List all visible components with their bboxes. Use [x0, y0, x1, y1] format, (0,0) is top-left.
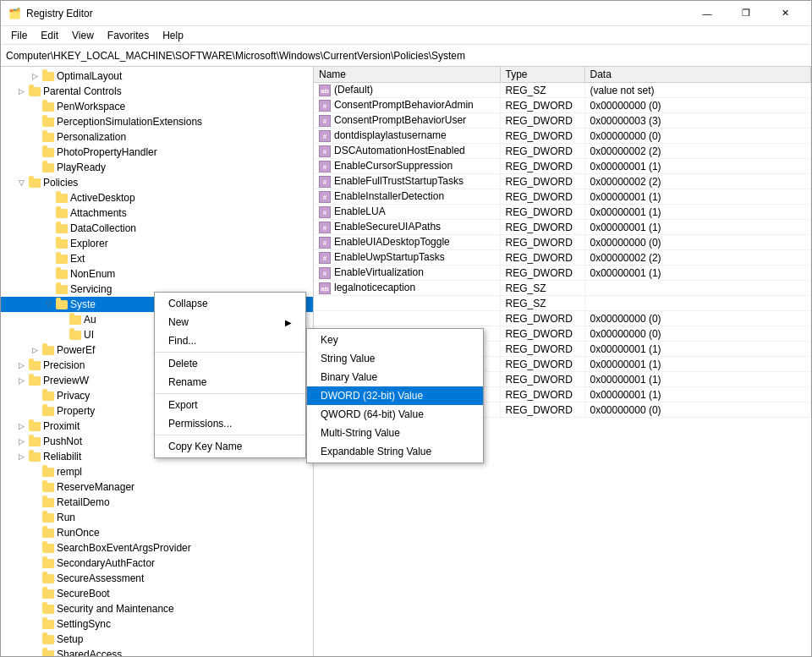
expand-icon: [28, 617, 41, 631]
tree-item-settingsync[interactable]: SettingSync: [1, 616, 313, 632]
reg-type: REG_DWORD: [500, 326, 584, 342]
reg-data: 0x00000001 (1): [584, 189, 811, 205]
table-row[interactable]: #EnableSecureUIAPathsREG_DWORD0x00000001…: [314, 220, 811, 235]
tree-item-parental-controls[interactable]: ▷ Parental Controls: [1, 84, 313, 99]
table-row[interactable]: #EnableCursorSuppressionREG_DWORD0x00000…: [314, 159, 811, 174]
table-row[interactable]: #EnableUIADesktopToggleREG_DWORD0x000000…: [314, 235, 811, 250]
table-row[interactable]: #EnableUwpStartupTasksREG_DWORD0x0000000…: [314, 250, 811, 266]
reg-value-icon: #: [319, 115, 331, 127]
reg-value-icon: #: [319, 176, 331, 188]
tree-item-activedesktop[interactable]: ActiveDesktop: [1, 190, 313, 205]
reg-name: #EnableCursorSuppression: [314, 159, 500, 174]
expand-icon: [28, 389, 41, 402]
tree-item-penworkspace[interactable]: PenWorkspace: [1, 99, 313, 114]
minimize-button[interactable]: —: [688, 1, 727, 26]
folder-icon: [41, 480, 55, 494]
expand-icon: [41, 267, 55, 281]
tree-item-reservemanager[interactable]: ReserveManager: [1, 479, 313, 495]
tree-item-perception[interactable]: PerceptionSimulationExtensions: [1, 114, 313, 129]
menu-help[interactable]: Help: [156, 28, 190, 43]
submenu-binary-value[interactable]: Binary Value: [307, 368, 483, 386]
menu-bar: File Edit View Favorites Help: [1, 26, 811, 45]
close-button[interactable]: ✕: [765, 1, 804, 26]
tree-item-optimallayout[interactable]: ▷ OptimalLayout: [1, 68, 313, 84]
table-row[interactable]: ab(Default)REG_SZ(value not set): [314, 83, 811, 98]
table-row[interactable]: #EnableInstallerDetectionREG_DWORD0x0000…: [314, 189, 811, 205]
tree-item-runonce[interactable]: RunOnce: [1, 525, 313, 540]
table-row[interactable]: #DSCAutomationHostEnabledREG_DWORD0x0000…: [314, 144, 811, 159]
folder-icon: [28, 435, 41, 448]
submenu-key[interactable]: Key: [307, 331, 483, 349]
ctx-rename[interactable]: Rename: [155, 373, 305, 391]
separator: [155, 435, 305, 435]
table-row[interactable]: #EnableVirtualizationREG_DWORD0x00000001…: [314, 266, 811, 281]
table-row[interactable]: REG_SZ: [314, 296, 811, 311]
separator: [155, 393, 305, 394]
reg-name: ab(Default): [314, 83, 500, 98]
ctx-new[interactable]: New ▶: [155, 313, 305, 331]
tree-item-rempl[interactable]: rempl: [1, 464, 313, 479]
reg-name: [314, 296, 500, 311]
folder-icon: [41, 389, 55, 402]
reg-value-icon: #: [319, 206, 331, 218]
reg-name: #EnableFullTrustStartupTasks: [314, 174, 500, 189]
tree-item-playready[interactable]: PlayReady: [1, 160, 313, 175]
expand-icon: [28, 495, 41, 509]
ctx-find[interactable]: Find...: [155, 331, 305, 350]
tree-item-sharedaccess[interactable]: SharedAccess: [1, 647, 313, 656]
tree-item-explorer[interactable]: Explorer: [1, 236, 313, 251]
reg-value-icon: #: [319, 267, 331, 279]
table-row[interactable]: ablegalnoticecaptionREG_SZ: [314, 281, 811, 296]
submenu-string-value[interactable]: String Value: [307, 349, 483, 368]
reg-type: REG_DWORD: [500, 129, 584, 144]
tree-item-secondaryauth[interactable]: SecondaryAuthFactor: [1, 556, 313, 571]
expand-icon: [28, 480, 41, 494]
col-data: Data: [584, 67, 811, 83]
menu-favorites[interactable]: Favorites: [101, 28, 156, 43]
reg-name: #ConsentPromptBehaviorAdmin: [314, 98, 500, 113]
table-row[interactable]: REG_DWORD0x00000000 (0): [314, 311, 811, 326]
tree-item-secureassessment[interactable]: SecureAssessment: [1, 571, 313, 586]
tree-item-searchbox[interactable]: SearchBoxEventArgsProvider: [1, 540, 313, 556]
reg-name: #EnableUIADesktopToggle: [314, 235, 500, 250]
expand-icon: ▷: [14, 435, 28, 448]
ctx-permissions[interactable]: Permissions...: [155, 414, 305, 433]
tree-item-security-maintenance[interactable]: Security and Maintenance: [1, 601, 313, 616]
menu-edit[interactable]: Edit: [34, 28, 65, 43]
submenu-arrow: ▶: [285, 318, 292, 327]
expand-icon: [55, 328, 69, 342]
tree-item-attachments[interactable]: Attachments: [1, 205, 313, 221]
tree-item-nonenum[interactable]: NonEnum: [1, 266, 313, 282]
tree-item-photoproperty[interactable]: PhotoPropertyHandler: [1, 145, 313, 160]
ctx-delete[interactable]: Delete: [155, 354, 305, 373]
table-row[interactable]: #EnableFullTrustStartupTasksREG_DWORD0x0…: [314, 174, 811, 189]
tree-item-retaildemo[interactable]: RetailDemo: [1, 495, 313, 510]
expand-icon: [28, 556, 41, 570]
tree-item-datacollection[interactable]: DataCollection: [1, 221, 313, 236]
submenu-multistring-value[interactable]: Multi-String Value: [307, 424, 483, 442]
ctx-copy-key[interactable]: Copy Key Name: [155, 437, 305, 456]
submenu-qword-value[interactable]: QWORD (64-bit) Value: [307, 405, 483, 424]
folder-icon: [28, 419, 41, 433]
reg-data: 0x00000001 (1): [584, 342, 811, 357]
ctx-export[interactable]: Export: [155, 396, 305, 414]
tree-item-personalization[interactable]: Personalization: [1, 129, 313, 145]
tree-item-run[interactable]: Run: [1, 510, 313, 525]
folder-icon: [41, 511, 55, 524]
tree-item-setup[interactable]: Setup: [1, 632, 313, 647]
tree-item-secureboot[interactable]: SecureBoot: [1, 586, 313, 601]
maximize-button[interactable]: ❐: [727, 1, 765, 26]
submenu-dword-value[interactable]: DWORD (32-bit) Value: [307, 386, 483, 405]
tree-item-ext[interactable]: Ext: [1, 251, 313, 266]
table-row[interactable]: #ConsentPromptBehaviorUserREG_DWORD0x000…: [314, 113, 811, 129]
table-row[interactable]: #dontdisplaylastusernameREG_DWORD0x00000…: [314, 129, 811, 144]
submenu-expandable-value[interactable]: Expandable String Value: [307, 442, 483, 461]
window-title: Registry Editor: [26, 8, 683, 19]
reg-data: 0x00000003 (3): [584, 113, 811, 129]
table-row[interactable]: #ConsentPromptBehaviorAdminREG_DWORD0x00…: [314, 98, 811, 113]
tree-item-policies[interactable]: ▽ Policies: [1, 175, 313, 190]
menu-file[interactable]: File: [4, 28, 34, 43]
ctx-collapse[interactable]: Collapse: [155, 294, 305, 313]
menu-view[interactable]: View: [65, 28, 101, 43]
table-row[interactable]: #EnableLUAREG_DWORD0x00000001 (1): [314, 205, 811, 220]
